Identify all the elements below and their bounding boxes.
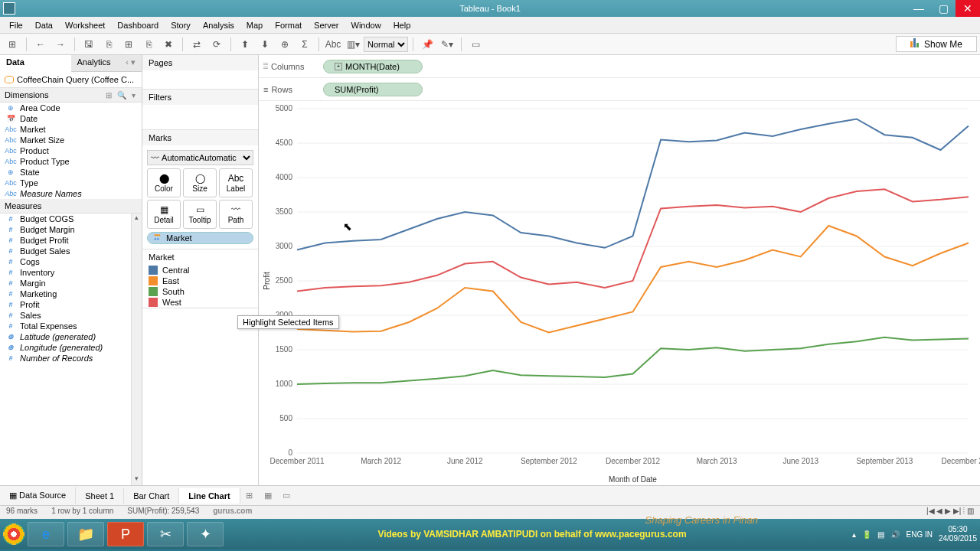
dimension-item[interactable]: AbcProduct (0, 145, 142, 156)
chart-view[interactable]: 0500100015002000250030003500400045005000… (259, 101, 980, 485)
tab-linechart[interactable]: Line Chart (179, 488, 240, 504)
measures-scrollbar[interactable]: ▴▾ (131, 214, 142, 485)
legend-item[interactable]: South (142, 286, 258, 297)
datasource-row[interactable]: CoffeeChain Query (Coffee C... (0, 72, 142, 88)
close-button[interactable]: ✕ (956, 0, 980, 17)
sort-desc-icon[interactable]: ⬇ (256, 36, 274, 53)
minimize-button[interactable]: — (906, 0, 931, 17)
chart-type-icon[interactable]: ▥▾ (344, 36, 362, 53)
chrome-icon[interactable] (3, 523, 24, 545)
pin-icon[interactable]: 📌 (418, 36, 436, 53)
sort-asc-icon[interactable]: ⬆ (236, 36, 254, 53)
powerpoint-icon[interactable]: P (107, 522, 144, 546)
detail-button[interactable]: ▦Detail (147, 200, 181, 229)
dimension-item[interactable]: AbcProduct Type (0, 156, 142, 167)
show-me-button[interactable]: Show Me (896, 36, 977, 52)
measure-item[interactable]: #Budget Margin (0, 224, 142, 235)
menu-server[interactable]: Server (308, 19, 345, 31)
measure-item[interactable]: #Number of Records (0, 353, 142, 364)
maximize-button[interactable]: ▢ (931, 0, 956, 17)
duplicate-icon[interactable]: ⎘ (139, 36, 158, 53)
tray-volume-icon[interactable]: 🔊 (890, 530, 900, 539)
tab-sheet1[interactable]: Sheet 1 (76, 488, 124, 504)
tray-up-icon[interactable]: ▴ (852, 530, 856, 539)
measure-item[interactable]: ⊕Longitude (generated) (0, 342, 142, 353)
snip-icon[interactable]: ✂ (147, 522, 184, 546)
legend-item[interactable]: West (142, 297, 258, 308)
measure-item[interactable]: ⊕Latitude (generated) (0, 331, 142, 342)
start-icon[interactable]: ⊞ (3, 36, 21, 53)
measure-item[interactable]: #Budget COGS (0, 214, 142, 224)
menu-dashboard[interactable]: Dashboard (111, 19, 165, 31)
measure-item[interactable]: #Profit (0, 299, 142, 310)
menu-help[interactable]: Help (387, 19, 417, 31)
menu-story[interactable]: Story (165, 19, 197, 31)
measure-item[interactable]: #Marketing (0, 289, 142, 299)
filters-shelf[interactable]: Filters (142, 90, 258, 105)
color-pill-market[interactable]: Market (147, 232, 253, 244)
measure-item[interactable]: #Sales (0, 310, 142, 321)
totals-icon[interactable]: Σ (296, 36, 314, 53)
status-nav[interactable]: |◀ ◀ ▶ ▶| ⦙ ▥ (926, 507, 974, 518)
legend-item[interactable]: Central (142, 265, 258, 276)
refresh-icon[interactable]: ⟳ (207, 36, 226, 53)
tray-clock[interactable]: 05:3024/09/2015 (939, 525, 977, 543)
path-button[interactable]: 〰Path (219, 200, 253, 229)
tray-action-icon[interactable]: ▤ (877, 530, 884, 539)
color-button[interactable]: ⬤Color (147, 168, 181, 197)
pages-shelf[interactable]: Pages (142, 55, 258, 70)
tray-battery-icon[interactable]: 🔋 (862, 530, 871, 539)
tab-barchart[interactable]: Bar Chart (124, 488, 179, 504)
columns-pill[interactable]: +MONTH(Date) (323, 60, 423, 73)
mark-type-select[interactable]: 〰 AutomaticAutomatic (147, 150, 253, 165)
menu-data[interactable]: Data (29, 19, 59, 31)
group-icon[interactable]: ⊕ (276, 36, 294, 53)
abc-icon[interactable]: Abc (324, 36, 342, 53)
dimension-item[interactable]: AbcMeasure Names (0, 188, 142, 199)
label-button[interactable]: AbcLabel (219, 168, 253, 197)
dimension-item[interactable]: 📅Date (0, 113, 142, 124)
tooltip-button[interactable]: ▭Tooltip (183, 200, 217, 229)
menu-analysis[interactable]: Analysis (197, 19, 240, 31)
fit-select[interactable]: Normal (364, 37, 408, 52)
menu-worksheet[interactable]: Worksheet (59, 19, 111, 31)
menu-map[interactable]: Map (240, 19, 269, 31)
back-icon[interactable]: ← (31, 36, 50, 53)
tray-lang[interactable]: ENG IN (906, 530, 932, 539)
menu-window[interactable]: Window (345, 19, 387, 31)
legend-item[interactable]: East (142, 276, 258, 286)
new-dashboard-icon[interactable]: ▦ (259, 491, 277, 500)
explorer-icon[interactable]: 📁 (67, 522, 104, 546)
rows-pill[interactable]: SUM(Profit) (323, 83, 423, 96)
dimension-item[interactable]: AbcMarket Size (0, 135, 142, 145)
tableau-task-icon[interactable]: ✦ (187, 522, 224, 546)
measure-item[interactable]: #Budget Sales (0, 246, 142, 256)
size-button[interactable]: ◯Size (183, 168, 217, 197)
data-tab[interactable]: Data (0, 55, 71, 72)
save-icon[interactable]: 🖫 (80, 36, 98, 53)
new-datasource-icon[interactable]: ⎘ (100, 36, 118, 53)
dimension-item[interactable]: ⊕State (0, 167, 142, 178)
measure-item[interactable]: #Cogs (0, 256, 142, 267)
expand-icon[interactable]: + (335, 63, 342, 70)
presentation-icon[interactable]: ▭ (466, 36, 485, 53)
dimension-item[interactable]: AbcMarket (0, 124, 142, 135)
new-worksheet-icon[interactable]: ⊞ (119, 36, 138, 53)
analytics-tab[interactable]: Analytics‹ ▾ (71, 55, 142, 72)
clear-icon[interactable]: ✖ (159, 36, 178, 53)
measure-item[interactable]: #Total Expenses (0, 321, 142, 331)
measure-item[interactable]: #Margin (0, 278, 142, 289)
highlight-icon[interactable]: ✎▾ (438, 36, 456, 53)
forward-icon[interactable]: → (51, 36, 70, 53)
dimension-item[interactable]: ⊕Area Code (0, 103, 142, 113)
dimension-item[interactable]: AbcType (0, 178, 142, 188)
ie-icon[interactable]: e (28, 522, 64, 546)
measure-item[interactable]: #Inventory (0, 267, 142, 278)
measure-item[interactable]: #Budget Profit (0, 235, 142, 246)
dimensions-tools[interactable]: ⊞ 🔍 ▾ (106, 91, 137, 99)
menu-file[interactable]: File (3, 19, 29, 31)
menu-format[interactable]: Format (269, 19, 308, 31)
new-worksheet-icon[interactable]: ⊞ (240, 491, 259, 500)
tab-datasource[interactable]: ▦ Data Source (0, 487, 76, 504)
new-story-icon[interactable]: ▭ (277, 491, 296, 500)
